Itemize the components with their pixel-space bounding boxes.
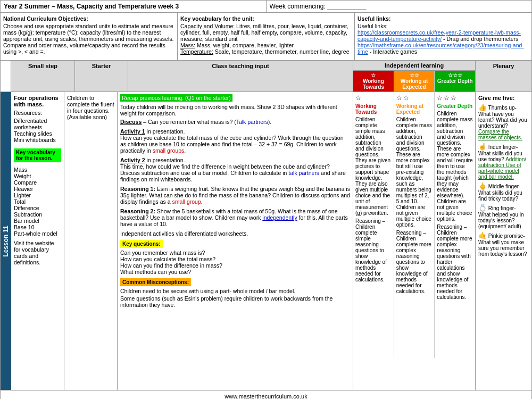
gd-label: Greater Depth: [437, 103, 473, 109]
key-vocab-label: Key vocabulary for the lesson.: [14, 148, 61, 162]
we-reasoning: Reasoning – Children complete more compl…: [396, 230, 433, 294]
misconceptions-section: Common Misconceptions: Children need to …: [120, 278, 350, 308]
links-title: Useful links:: [358, 15, 529, 22]
reasoning1-title: Reasoning 1:: [120, 186, 155, 192]
working-towards-col: ☆ Working Towards Children complete simp…: [353, 92, 394, 358]
teaching-col: Recap previous learning. (Q1 on the star…: [118, 92, 353, 390]
lesson-label: Lesson 11: [2, 226, 10, 257]
col-header-independent: Independent learning: [353, 61, 475, 71]
link2-suffix: - Interactive games: [368, 48, 417, 55]
working-expected-col: ☆☆ Working at Expected Children complete…: [394, 92, 435, 358]
activity1: Activity 1 in presentation.How can you c…: [120, 128, 350, 154]
starter-text: Children to complete the fluent in four …: [67, 95, 114, 120]
reasoning2: Reasoning 2: Show the 5 basketballs with…: [120, 208, 350, 227]
plenary-item-4: 💍 Ring finger- What helped you in today'…: [478, 204, 529, 229]
col-header-greater-depth: ☆☆☆ Greater Depth: [435, 71, 475, 92]
plenary-item-2: ☝️ Index finger- What skills did you use…: [478, 143, 529, 180]
plenary-item-1: 👍 Thumbs up- What have you learnt? What …: [478, 103, 529, 140]
intro-text: Today children will be moving on to work…: [120, 104, 350, 117]
col-header-working-towards: ☆ Working Towards: [353, 71, 394, 92]
page-title: Year 2 Summer – Mass, Capacity and Tempe…: [1, 1, 267, 12]
activity2-title: Activity 2: [120, 157, 145, 163]
independent-col: ☆ Working Towards Children complete simp…: [353, 92, 476, 390]
week-commencing: Week commencing: ___________: [267, 1, 532, 12]
we-label: Working at Expected: [396, 103, 433, 115]
pinkie-icon: 🤙: [478, 231, 487, 239]
key-questions-list: Can you remember what mass is? How can y…: [120, 250, 350, 275]
resources-list: Differentiated worksheets Teaching slide…: [14, 118, 61, 143]
vocab-title: Key vocabulary for the unit:: [180, 15, 352, 22]
col-header-plenary: Plenary: [476, 61, 531, 92]
greater-depth-stars: ☆☆☆: [436, 72, 474, 78]
middle-icon: 🖕: [478, 182, 487, 190]
footer: www.masterthecurriculum.co.uk: [1, 390, 531, 399]
resources-label: Resources:: [14, 110, 61, 116]
links-sublabel: Useful links:: [358, 23, 388, 29]
misconceptions-label: Common Misconceptions:: [120, 278, 191, 286]
wt-stars: ☆: [355, 94, 392, 102]
key-questions-section: Key questions: Can you remember what mas…: [120, 240, 350, 275]
we-stars: ☆☆: [396, 94, 433, 102]
small-step-col: Four operations with mass. Resources: Di…: [11, 92, 64, 390]
plenary-title: Give me five:: [478, 95, 529, 101]
objectives-section: National Curriculum Objectives: Choose a…: [1, 13, 178, 60]
discuss-text: – Can you remember what mass is? (Talk p…: [143, 119, 271, 125]
vocab-section: Key vocabulary for the unit: Capacity an…: [178, 13, 355, 60]
vocab-list: Mass Weight Compare Heavier Lighter Tota…: [14, 167, 61, 237]
reasoning1: Reasoning 1: Esin is weighing fruit. She…: [120, 186, 350, 205]
gd-reasoning: Reasoning – Children complete more compl…: [437, 224, 473, 300]
starter-col: Children to complete the fluent in four …: [64, 92, 118, 390]
links-section: Useful links: Useful links: https://clas…: [355, 13, 531, 60]
thumbs-icon: 👍: [478, 103, 487, 111]
index-icon: ☝️: [478, 143, 487, 151]
discuss-line: Discuss – Can you remember what mass is?…: [120, 119, 350, 125]
wt-text: Children complete simple mass addition, …: [355, 117, 392, 216]
key-q-label: Key questions:: [120, 240, 163, 248]
independent-activities: Independent activities via differentiate…: [120, 230, 350, 237]
small-step-title: Four operations with mass.: [14, 95, 61, 107]
greater-depth-col: ☆☆☆ Greater Depth Children complete mass…: [435, 92, 475, 358]
ind-content: ☆ Working Towards Children complete simp…: [353, 92, 475, 358]
recap-label: Recap previous learning. (Q1 on the star…: [120, 94, 232, 102]
col-header-working-expected: ☆☆ Working at Expected: [394, 71, 435, 92]
visit-text: Visit the website for vocabulary cards a…: [14, 240, 61, 265]
wt-reasoning: Reasoning – Children complete simple rea…: [355, 218, 392, 282]
col-header-teaching: Class teaching input: [128, 61, 353, 92]
plenary-col: Give me five: 👍 Thumbs up- What have you…: [476, 92, 531, 390]
lesson-label-col: Lesson 11: [1, 92, 11, 390]
ring-icon: 💍: [478, 204, 487, 212]
misconceptions-text: Children need to be secure with using a …: [120, 288, 350, 308]
wt-label: Working Towards: [355, 103, 392, 115]
activity2: Activity 2 in presentation.This time, ho…: [120, 157, 350, 182]
vocab-text: Capacity and Volume: Litres, millilitres…: [180, 23, 350, 55]
reasoning2-title: Reasoning 2:: [120, 208, 155, 214]
link1-suffix: - Drag and drop thermometers: [442, 36, 518, 42]
col-header-small-step: Small step: [11, 61, 75, 92]
objectives-title: National Curriculum Objectives:: [3, 15, 174, 22]
compare-link: Compare the masses of objects.: [478, 129, 522, 140]
recap-box: Recap previous learning. (Q1 on the star…: [120, 95, 350, 101]
col-header-starter: Starter: [75, 61, 128, 92]
activity1-title: Activity 1: [120, 128, 145, 135]
gd-stars: ☆☆☆: [437, 94, 473, 102]
footer-url: www.masterthecurriculum.co.uk: [225, 393, 307, 399]
plenary-item-3: 🖕 Middle finger- What skills did you fin…: [478, 182, 529, 202]
working-expected-stars: ☆☆: [395, 72, 434, 78]
addition-link: Addition/ subtraction Use of part-whole …: [478, 156, 526, 180]
we-text: Children complete mass addition, subtrac…: [396, 117, 433, 228]
working-towards-stars: ☆: [354, 72, 393, 78]
plenary-item-5: 🤙 Pinkie promise- What will you make sur…: [478, 231, 529, 257]
gd-text: Children complete mass addition, subtrac…: [437, 111, 473, 222]
discuss-label: Discuss: [120, 119, 142, 125]
objectives-text: Choose and use appropriate standard unit…: [3, 23, 173, 55]
